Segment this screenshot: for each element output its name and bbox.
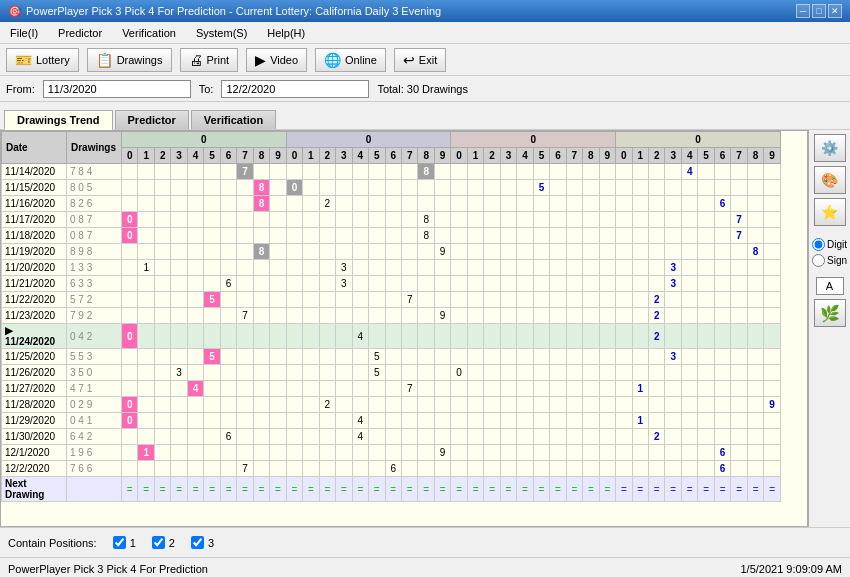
minimize-button[interactable]: ─ [796,4,810,18]
empty-cell [286,461,302,477]
h34: 4 [681,148,697,164]
empty-cell [352,180,368,196]
empty-cell [253,461,269,477]
menu-verification[interactable]: Verification [116,25,182,41]
empty-cell [616,381,632,397]
empty-cell [352,196,368,212]
close-button[interactable]: ✕ [828,4,842,18]
empty-cell [583,324,599,349]
data-cell: 8 [253,196,269,212]
maximize-button[interactable]: □ [812,4,826,18]
header-date: Date [2,132,67,164]
empty-cell [171,212,187,228]
empty-cell [714,324,730,349]
empty-cell [220,413,236,429]
eq-cell: = [764,477,781,502]
sign-radio[interactable] [812,254,825,267]
empty-cell [122,180,138,196]
empty-cell [747,260,763,276]
empty-cell [665,292,681,308]
position-3-checkbox[interactable] [191,536,204,549]
empty-cell [566,413,582,429]
empty-cell [533,445,549,461]
empty-cell [220,445,236,461]
star-button[interactable]: ⭐ [814,198,846,226]
menu-system[interactable]: System(S) [190,25,253,41]
empty-cell [369,212,385,228]
empty-cell [220,461,236,477]
empty-cell [467,397,483,413]
eq-cell: = [747,477,763,502]
digit-radio[interactable] [812,238,825,251]
empty-cell [764,244,781,260]
empty-cell [566,324,582,349]
empty-cell [220,260,236,276]
empty-cell [665,164,681,180]
print-button[interactable]: 🖨 Print [180,48,239,72]
contain-positions-label: Contain Positions: [8,537,97,549]
empty-cell [550,397,566,413]
empty-cell [599,461,615,477]
online-button[interactable]: 🌐 Online [315,48,386,72]
empty-cell [303,260,319,276]
menu-file[interactable]: File(I) [4,25,44,41]
row-drawings: 8 9 8 [67,244,122,260]
empty-cell [632,308,648,324]
empty-cell [319,228,335,244]
empty-cell [451,324,467,349]
empty-cell [632,365,648,381]
position-1-checkbox[interactable] [113,536,126,549]
empty-cell [171,308,187,324]
empty-cell [122,164,138,180]
green-button[interactable]: 🌿 [814,299,846,327]
to-date-input[interactable] [221,80,369,98]
empty-cell [204,445,220,461]
empty-cell [434,413,450,429]
empty-cell [550,180,566,196]
empty-cell [517,228,533,244]
position-2-checkbox[interactable] [152,536,165,549]
online-label: Online [345,54,377,66]
palette-button[interactable]: 🎨 [814,166,846,194]
empty-cell [550,260,566,276]
tab-drawings-trend[interactable]: Drawings Trend [4,110,113,130]
empty-cell [500,413,516,429]
empty-cell [599,429,615,445]
empty-cell [467,212,483,228]
h39: 9 [764,148,781,164]
window-title: PowerPlayer Pick 3 Pick 4 For Prediction… [26,5,441,17]
settings-button[interactable]: ⚙️ [814,134,846,162]
empty-cell [187,413,203,429]
tab-predictor[interactable]: Predictor [115,110,189,129]
empty-cell [665,461,681,477]
video-icon: ▶ [255,52,266,68]
empty-cell [649,260,665,276]
h36: 6 [714,148,730,164]
empty-cell [616,445,632,461]
empty-cell [369,260,385,276]
table-row: 11/20/20201 3 3133 [2,260,781,276]
empty-cell [517,276,533,292]
empty-cell [369,244,385,260]
drawings-button[interactable]: 📋 Drawings [87,48,172,72]
empty-cell [237,413,253,429]
empty-cell [385,349,401,365]
empty-cell [434,349,450,365]
empty-cell [714,381,730,397]
empty-cell [649,413,665,429]
video-button[interactable]: ▶ Video [246,48,307,72]
lottery-button[interactable]: 🎫 Lottery [6,48,79,72]
menu-help[interactable]: Help(H) [261,25,311,41]
from-date-input[interactable] [43,80,191,98]
empty-cell [171,381,187,397]
empty-cell [154,260,170,276]
data-table-wrapper[interactable]: Date Drawings 0 0 0 0 0123456789 0123456… [0,130,808,527]
tab-verification[interactable]: Verification [191,110,276,129]
data-cell: 2 [649,429,665,445]
empty-cell [566,244,582,260]
menu-predictor[interactable]: Predictor [52,25,108,41]
empty-cell [632,292,648,308]
empty-cell [764,413,781,429]
eq-cell: = [698,477,714,502]
exit-button[interactable]: ↩ Exit [394,48,446,72]
